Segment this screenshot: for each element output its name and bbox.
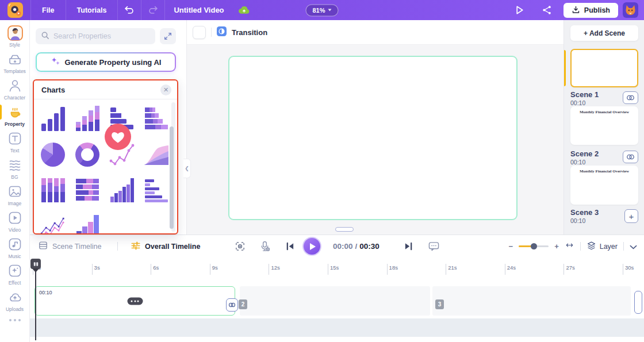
- zoom-in-button[interactable]: +: [554, 242, 559, 251]
- playhead-handle[interactable]: [30, 259, 41, 269]
- chart-item-percent-stacked-bar-chart[interactable]: [74, 176, 101, 204]
- chart-item-multi-line-chart[interactable]: [39, 212, 67, 235]
- focus-frame-icon[interactable]: [235, 235, 246, 258]
- timeline-zoom-slider[interactable]: [519, 245, 549, 247]
- sidebar-item-label: Property: [5, 121, 25, 127]
- track-transition-button[interactable]: [226, 298, 238, 312]
- topbar-actions: Publish: [508, 0, 644, 20]
- sidebar-item-uploads[interactable]: Uploads: [0, 290, 30, 312]
- transition-checkbox[interactable]: [193, 26, 206, 39]
- track-scene-1-block[interactable]: 00:10: [34, 286, 235, 316]
- sidebar-item-text[interactable]: Text: [0, 131, 30, 153]
- skip-to-end-icon[interactable]: [404, 235, 413, 258]
- play-button[interactable]: [302, 237, 321, 256]
- add-scene-button[interactable]: + Add Scene: [570, 25, 638, 41]
- favorite-heart-badge[interactable]: [105, 124, 116, 135]
- chart-item-stacked-horizontal-bar-chart[interactable]: [143, 105, 170, 133]
- ruler-tick-3s: 3s: [92, 264, 93, 275]
- close-icon[interactable]: ✕: [160, 84, 171, 95]
- track-transition-button-partial[interactable]: [634, 291, 642, 314]
- playhead-line[interactable]: [35, 268, 36, 340]
- cloud-sync-icon: [233, 0, 256, 20]
- timeline-tracks: 00:10 2 3: [30, 275, 644, 342]
- scene-1-transition-button[interactable]: [623, 91, 638, 104]
- sidebar-item-video[interactable]: Video: [0, 210, 30, 233]
- playhead-pointer[interactable]: [32, 268, 39, 272]
- chart-item-donut-chart[interactable]: [74, 141, 101, 168]
- tab-overall-timeline[interactable]: Overall Timeline: [131, 235, 200, 258]
- ai-sparkle-icon: [51, 56, 60, 68]
- track-scene-3-block[interactable]: [432, 286, 631, 316]
- app-logo-icon[interactable]: [7, 2, 23, 18]
- redo-icon[interactable]: [141, 0, 164, 20]
- collapse-panel-tab[interactable]: ❮: [183, 159, 191, 178]
- undo-icon[interactable]: [118, 0, 141, 20]
- top-bar: File Tutorials Untitled Video 81% Publis…: [0, 0, 644, 20]
- sidebar-item-music[interactable]: Music: [0, 237, 30, 259]
- chart-item-column-chart-multicolor[interactable]: [74, 212, 101, 235]
- canvas-scrollbar-handle[interactable]: [335, 227, 354, 232]
- transition-icon: [217, 26, 227, 39]
- time-display: 00:00 / 00:30: [333, 235, 379, 258]
- canvas-area: Transition: [187, 20, 564, 235]
- preview-play-icon[interactable]: [508, 0, 531, 20]
- microphone-icon[interactable]: [259, 235, 270, 258]
- share-icon[interactable]: [536, 0, 559, 20]
- sidebar-more-dots[interactable]: [9, 319, 21, 321]
- scene-3-add-transition-button[interactable]: +: [624, 209, 638, 223]
- layer-button[interactable]: Layer: [586, 241, 618, 252]
- fit-width-icon[interactable]: [565, 241, 574, 252]
- sidebar-item-label: Text: [10, 148, 20, 153]
- generate-property-ai-button[interactable]: Generate Property using AI: [36, 52, 176, 72]
- search-properties-box[interactable]: [36, 28, 155, 44]
- chart-item-percent-stacked-column-chart[interactable]: [39, 176, 67, 204]
- transition-label: Transition: [232, 28, 267, 37]
- charts-grid: [39, 105, 170, 235]
- search-properties-input[interactable]: [53, 32, 145, 40]
- chart-item-stacked-column-chart[interactable]: [74, 105, 101, 133]
- scene-3-thumbnail[interactable]: Monthly Financial Overview: [570, 166, 638, 205]
- scene-1-thumbnail[interactable]: [570, 49, 638, 87]
- chart-item-grouped-column-chart[interactable]: [108, 176, 136, 204]
- expand-panel-button[interactable]: [160, 28, 176, 44]
- toolbar-divider: [211, 28, 212, 37]
- chart-item-pie-chart[interactable]: [39, 141, 67, 168]
- sidebar-item-property[interactable]: Property: [0, 105, 30, 127]
- charts-scrollbar-track[interactable]: [171, 102, 175, 232]
- zoom-out-button[interactable]: −: [509, 242, 513, 251]
- zoom-level-dropdown[interactable]: 81%: [305, 4, 338, 16]
- scene-thumbnail-text: Monthly Financial Overview: [570, 110, 638, 114]
- publish-button[interactable]: Publish: [564, 3, 618, 18]
- file-menu[interactable]: File: [31, 0, 66, 20]
- drag-handle-icon[interactable]: [127, 297, 143, 305]
- user-avatar[interactable]: [623, 2, 638, 18]
- tab-scene-timeline[interactable]: Scene Timeline: [38, 235, 101, 258]
- collapse-timeline-chevron-icon[interactable]: [630, 241, 637, 252]
- chart-item-horizontal-bar-chart[interactable]: [108, 105, 136, 133]
- chart-item-grouped-bar-chart[interactable]: [143, 176, 170, 204]
- sidebar-item-templates[interactable]: Templates: [0, 52, 30, 74]
- sidebar-item-style[interactable]: Style: [0, 25, 30, 48]
- charts-scrollbar-thumb[interactable]: [170, 126, 174, 229]
- chart-item-bar-chart[interactable]: [39, 105, 67, 133]
- scene-3-badge: 3: [435, 299, 444, 309]
- timeline-ruler[interactable]: 0s3s6s9s12s15s18s21s24s27s30s: [30, 258, 644, 275]
- scenes-panel: + Add Scene Scene 1 00:10 Monthly Financ…: [564, 20, 644, 235]
- scene-2-transition-button[interactable]: [623, 151, 638, 163]
- timeline-right-controls: − + Layer: [509, 235, 637, 258]
- slider-knob[interactable]: [531, 243, 537, 249]
- ruler-tick-9s: 9s: [210, 264, 210, 275]
- track-scene-2-block[interactable]: [240, 286, 430, 316]
- sidebar-item-image[interactable]: Image: [0, 184, 30, 206]
- chart-item-area-chart[interactable]: [143, 141, 170, 168]
- captions-icon[interactable]: [428, 235, 440, 258]
- sidebar-item-character[interactable]: Character: [0, 78, 30, 101]
- skip-to-start-icon[interactable]: [285, 235, 295, 258]
- project-title[interactable]: Untitled Video: [165, 6, 232, 14]
- scene-2-thumbnail[interactable]: Monthly Financial Overview: [570, 106, 638, 145]
- canvas-stage[interactable]: [228, 56, 518, 220]
- track-row-2[interactable]: [30, 318, 644, 337]
- tutorials-menu[interactable]: Tutorials: [66, 0, 118, 20]
- sidebar-item-bg[interactable]: BG: [0, 157, 30, 180]
- sidebar-item-effect[interactable]: Effect: [0, 263, 30, 286]
